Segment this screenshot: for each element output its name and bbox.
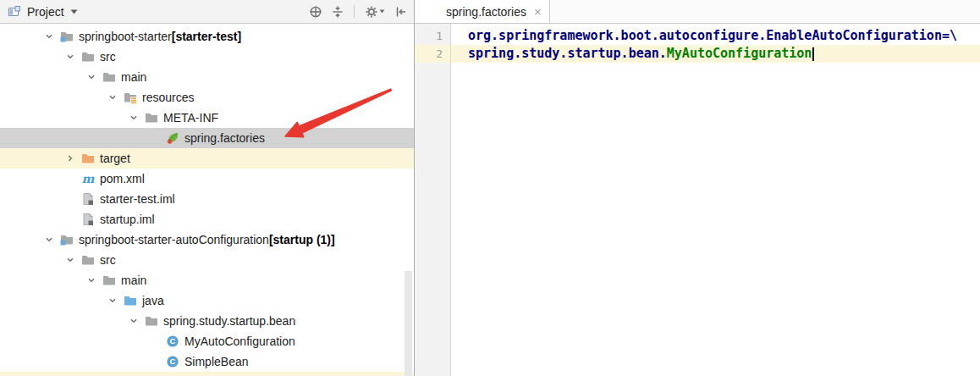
tree-item-label: springboot-starter (79, 30, 172, 43)
folder-icon (80, 253, 95, 268)
tree-item-label: main (121, 274, 146, 287)
tree-row-pom.xml[interactable]: mpom.xml (0, 169, 414, 189)
tree-row-starter-test.iml[interactable]: starter-test.iml (0, 189, 414, 209)
tree-item-label: spring.factories (184, 131, 265, 145)
tree-row-src[interactable]: src (0, 250, 414, 270)
chevron-down-icon[interactable] (124, 111, 144, 124)
folder-resources-icon (123, 91, 137, 105)
project-view-selector[interactable]: Project (7, 4, 78, 19)
chevron-down-icon[interactable] (39, 233, 59, 246)
folder-icon (144, 111, 158, 125)
tree-row-target[interactable]: target (0, 148, 414, 169)
tree-row-META-INF[interactable]: META-INF (0, 108, 414, 128)
tree-row-spring.factories[interactable]: spring.factories (0, 128, 414, 148)
svg-text:m: m (81, 172, 94, 185)
code-line[interactable]: spring.study.startup.bean.MyAutoConfigur… (451, 45, 980, 63)
chevron-down-icon[interactable] (124, 314, 144, 328)
text-cursor (812, 47, 814, 61)
code-segment: MyAutoConfiguration (667, 46, 812, 61)
project-panel: Project (0, 0, 415, 376)
chevron-down-icon[interactable] (81, 70, 102, 84)
project-dropdown-caret-icon (70, 9, 78, 14)
project-tree: springboot-starter [starter-test]srcmain… (0, 24, 414, 376)
locate-icon[interactable] (308, 4, 322, 19)
editor-gutter: 12 (415, 24, 451, 376)
toolbar-separator (354, 5, 355, 19)
tree-row-src[interactable]: src (0, 47, 414, 67)
code-line[interactable]: org.springframework.boot.autoconfigure.E… (451, 27, 980, 45)
tree-item-label: springboot-starter-autoConfiguration (79, 233, 269, 246)
chevron-down-icon[interactable] (39, 30, 59, 43)
tree-row[interactable] (0, 372, 414, 376)
editor-tab-spring-factories[interactable]: spring.factories × (415, 0, 550, 23)
hide-panel-icon[interactable] (393, 4, 407, 19)
chevron-down-icon[interactable] (60, 253, 80, 267)
project-toolwindow-icon (7, 4, 21, 19)
tree-item-label: SimpleBean (184, 355, 249, 368)
chevron-down-icon[interactable] (81, 274, 102, 287)
tree-row-MyAutoConfiguration[interactable]: CMyAutoConfiguration (0, 331, 414, 351)
tree-item-label: META-INF (163, 111, 218, 124)
collapse-all-icon[interactable] (330, 4, 344, 19)
tab-close-icon[interactable]: × (534, 5, 542, 18)
chevron-right-icon[interactable] (60, 152, 80, 165)
tree-scrollbar-thumb[interactable] (405, 271, 412, 376)
folder-java-icon (123, 294, 137, 308)
chevron-down-icon[interactable] (60, 50, 80, 64)
tree-row-SimpleBean[interactable]: CSimpleBean (0, 351, 414, 372)
folder-icon (80, 50, 95, 64)
project-panel-title: Project (27, 5, 64, 19)
maven-icon: m (80, 172, 95, 186)
tree-item-module-suffix: [starter-test] (172, 30, 241, 43)
tree-row-startup.iml[interactable]: startup.iml (0, 209, 414, 229)
editor-tabbar: spring.factories × (415, 0, 980, 24)
class-icon: C (165, 355, 179, 369)
folder-icon (102, 70, 116, 85)
tree-item-label: target (100, 152, 130, 165)
folder-project-icon (59, 30, 74, 44)
line-number: 1 (415, 27, 450, 45)
editor-body[interactable]: 12 org.springframework.boot.autoconfigur… (415, 24, 980, 376)
spring-leaf-icon (165, 131, 179, 146)
tree-item-label: spring.study.startup.bean (163, 314, 295, 328)
tree-item-label: src (100, 253, 116, 267)
tree-row-spring.study.startup.bean[interactable]: spring.study.startup.bean (0, 311, 414, 331)
ide-window: Project (0, 0, 980, 376)
settings-gear-button[interactable] (364, 4, 385, 19)
svg-text:C: C (169, 336, 175, 346)
tree-item-label: starter-test.iml (100, 192, 175, 206)
chevron-spacer (145, 131, 165, 145)
tree-item-label: src (100, 50, 116, 64)
tree-item-label: pom.xml (100, 172, 145, 185)
chevron-spacer (60, 172, 80, 185)
tree-row-main[interactable]: main (0, 270, 414, 290)
chevron-down-icon[interactable] (102, 294, 123, 307)
tree-item-label: startup.iml (100, 213, 155, 226)
tree-item-module-suffix: [startup (1)] (269, 233, 335, 246)
tree-row-springboot-starter[interactable]: springboot-starter [starter-test] (0, 26, 414, 47)
tree-row-main[interactable]: main (0, 67, 414, 87)
code-segment: spring.study.startup.bean. (468, 46, 667, 61)
spring-leaf-icon (421, 4, 436, 19)
editor-code-area[interactable]: org.springframework.boot.autoconfigure.E… (451, 24, 980, 376)
settings-gear-icon (364, 4, 378, 19)
chevron-spacer (60, 192, 80, 206)
tree-item-label: MyAutoConfiguration (184, 335, 295, 348)
gear-dropdown-caret-icon (379, 9, 385, 14)
tree-row-springboot-starter-autoConfiguration[interactable]: springboot-starter-autoConfiguration [st… (0, 229, 414, 250)
chevron-down-icon[interactable] (102, 91, 123, 104)
folder-project-icon (59, 233, 74, 247)
tree-item-label: resources (142, 91, 194, 104)
tree-item-label: java (142, 294, 164, 307)
code-segment: org.springframework.boot.autoconfigure.E… (468, 28, 957, 43)
tree-row-resources[interactable]: resources (0, 87, 414, 108)
tab-title: spring.factories (446, 5, 526, 19)
editor-pane: spring.factories × 12 org.springframewor… (415, 0, 980, 376)
iml-file-icon (80, 213, 95, 227)
chevron-spacer (60, 213, 80, 226)
folder-icon (144, 314, 158, 329)
svg-text:C: C (169, 357, 175, 366)
tree-row-java[interactable]: java (0, 290, 414, 311)
chevron-spacer (145, 355, 165, 368)
folder-icon (102, 274, 116, 288)
